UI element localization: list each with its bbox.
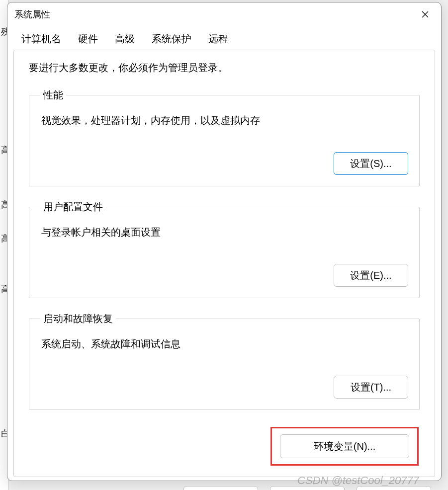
close-icon xyxy=(421,10,429,18)
group-performance-desc: 视觉效果，处理器计划，内存使用，以及虚拟内存 xyxy=(41,114,408,127)
group-startup-recovery: 启动和故障恢复 系统启动、系统故障和调试信息 设置(T)... xyxy=(29,312,420,410)
group-performance-legend: 性能 xyxy=(40,88,66,102)
environment-variables-button[interactable]: 环境变量(N)... xyxy=(280,434,409,458)
dialog-title: 系统属性 xyxy=(14,8,50,20)
performance-settings-button[interactable]: 设置(S)... xyxy=(334,152,408,175)
tab-strip: 计算机名 硬件 高级 系统保护 远程 xyxy=(7,24,441,50)
apply-button[interactable]: 应用(A) xyxy=(357,486,431,490)
tab-remote[interactable]: 远程 xyxy=(200,28,236,50)
group-user-profiles-legend: 用户配置文件 xyxy=(40,200,106,214)
dialog-footer: 确定 取消 应用(A) xyxy=(7,477,441,490)
titlebar: 系统属性 xyxy=(7,2,441,24)
environment-variables-row: 环境变量(N)... xyxy=(29,427,420,466)
system-properties-dialog: 系统属性 计算机名 硬件 高级 系统保护 远程 要进行大多数更改，你必须作为管理… xyxy=(7,2,442,481)
startup-recovery-settings-button[interactable]: 设置(T)... xyxy=(334,376,408,399)
group-user-profiles-desc: 与登录帐户相关的桌面设置 xyxy=(41,226,408,239)
tab-advanced[interactable]: 高级 xyxy=(107,28,143,50)
group-startup-recovery-desc: 系统启动、系统故障和调试信息 xyxy=(41,337,408,351)
tab-system-protection[interactable]: 系统保护 xyxy=(144,28,199,50)
ok-button[interactable]: 确定 xyxy=(183,486,258,490)
tab-content-advanced: 要进行大多数更改，你必须作为管理员登录。 性能 视觉效果，处理器计划，内存使用，… xyxy=(13,50,435,477)
group-startup-recovery-legend: 启动和故障恢复 xyxy=(40,312,116,326)
admin-notice: 要进行大多数更改，你必须作为管理员登录。 xyxy=(29,61,420,75)
tab-hardware[interactable]: 硬件 xyxy=(70,28,106,50)
tab-computer-name[interactable]: 计算机名 xyxy=(13,28,69,50)
env-highlight-box: 环境变量(N)... xyxy=(270,427,419,466)
group-performance: 性能 视觉效果，处理器计划，内存使用，以及虚拟内存 设置(S)... xyxy=(29,88,420,186)
cancel-button[interactable]: 取消 xyxy=(270,486,345,490)
group-user-profiles: 用户配置文件 与登录帐户相关的桌面设置 设置(E)... xyxy=(29,200,420,298)
close-button[interactable] xyxy=(416,7,434,21)
user-profiles-settings-button[interactable]: 设置(E)... xyxy=(334,264,408,287)
